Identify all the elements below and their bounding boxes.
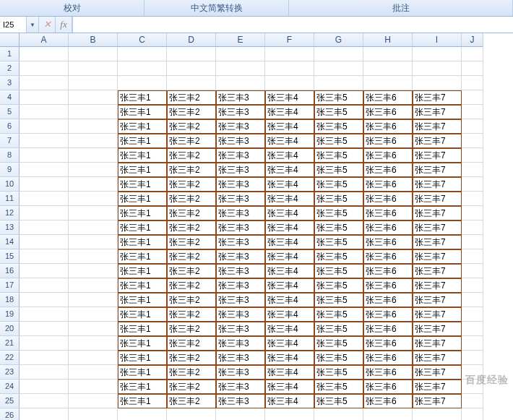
cell-E26[interactable] [216, 408, 265, 420]
cell-E1[interactable] [216, 47, 265, 61]
cell-G24[interactable]: 张三丰5 [314, 380, 363, 394]
cell-D3[interactable] [167, 76, 216, 90]
cell-G26[interactable] [314, 408, 363, 420]
cell-D12[interactable]: 张三丰2 [167, 206, 216, 220]
cell-D8[interactable]: 张三丰2 [167, 148, 216, 163]
formula-bar[interactable] [72, 17, 513, 33]
cell-H14[interactable]: 张三丰6 [363, 235, 413, 249]
cell-D5[interactable]: 张三丰2 [167, 105, 216, 119]
cell-G9[interactable]: 张三丰5 [314, 163, 363, 177]
cell-E11[interactable]: 张三丰3 [216, 192, 265, 206]
cell-J25[interactable] [462, 394, 483, 408]
cell-B16[interactable] [69, 264, 118, 278]
column-header-I[interactable]: I [413, 33, 462, 47]
cell-C9[interactable]: 张三丰1 [118, 163, 167, 177]
cell-H8[interactable]: 张三丰6 [363, 148, 413, 163]
cell-J18[interactable] [462, 293, 483, 307]
row-header-6[interactable]: 6 [0, 119, 20, 134]
cell-C13[interactable]: 张三丰1 [118, 220, 167, 235]
cell-F25[interactable]: 张三丰4 [265, 394, 314, 408]
cell-A24[interactable] [20, 380, 69, 394]
cell-G10[interactable]: 张三丰5 [314, 177, 363, 192]
cell-A12[interactable] [20, 206, 69, 220]
cell-I19[interactable]: 张三丰7 [413, 307, 462, 322]
cell-A3[interactable] [20, 76, 69, 90]
cell-C6[interactable]: 张三丰1 [118, 119, 167, 134]
cell-E24[interactable]: 张三丰3 [216, 380, 265, 394]
row-header-2[interactable]: 2 [0, 61, 20, 76]
cell-J8[interactable] [462, 148, 483, 163]
row-header-11[interactable]: 11 [0, 192, 20, 206]
cell-I20[interactable]: 张三丰7 [413, 322, 462, 336]
row-header-12[interactable]: 12 [0, 206, 20, 220]
cell-H20[interactable]: 张三丰6 [363, 322, 413, 336]
ribbon-group-comments[interactable]: 批注 [289, 0, 513, 16]
cell-C26[interactable] [118, 408, 167, 420]
cell-A13[interactable] [20, 220, 69, 235]
cell-F10[interactable]: 张三丰4 [265, 177, 314, 192]
cell-F20[interactable]: 张三丰4 [265, 322, 314, 336]
fx-icon[interactable]: fx [56, 17, 72, 33]
row-header-21[interactable]: 21 [0, 336, 20, 351]
cell-F22[interactable]: 张三丰4 [265, 351, 314, 365]
cell-F21[interactable]: 张三丰4 [265, 336, 314, 351]
cell-J3[interactable] [462, 76, 483, 90]
row-header-25[interactable]: 25 [0, 394, 20, 408]
cell-H23[interactable]: 张三丰6 [363, 365, 413, 380]
cell-D24[interactable]: 张三丰2 [167, 380, 216, 394]
row-header-19[interactable]: 19 [0, 307, 20, 322]
cell-C12[interactable]: 张三丰1 [118, 206, 167, 220]
cell-G18[interactable]: 张三丰5 [314, 293, 363, 307]
column-header-E[interactable]: E [216, 33, 265, 47]
row-header-16[interactable]: 16 [0, 264, 20, 278]
cell-J1[interactable] [462, 47, 483, 61]
cell-F7[interactable]: 张三丰4 [265, 134, 314, 148]
cell-I6[interactable]: 张三丰7 [413, 119, 462, 134]
cell-C24[interactable]: 张三丰1 [118, 380, 167, 394]
cell-A6[interactable] [20, 119, 69, 134]
worksheet[interactable]: ABCDEFGHIJ 12345678910111213141516171819… [0, 33, 513, 420]
cell-I4[interactable]: 张三丰7 [413, 90, 462, 105]
cell-C10[interactable]: 张三丰1 [118, 177, 167, 192]
cell-C20[interactable]: 张三丰1 [118, 322, 167, 336]
cell-I22[interactable]: 张三丰7 [413, 351, 462, 365]
cell-G15[interactable]: 张三丰5 [314, 249, 363, 264]
cell-B6[interactable] [69, 119, 118, 134]
row-header-3[interactable]: 3 [0, 76, 20, 90]
cell-G21[interactable]: 张三丰5 [314, 336, 363, 351]
cell-J10[interactable] [462, 177, 483, 192]
cell-A14[interactable] [20, 235, 69, 249]
cell-E12[interactable]: 张三丰3 [216, 206, 265, 220]
cell-B4[interactable] [69, 90, 118, 105]
cell-G11[interactable]: 张三丰5 [314, 192, 363, 206]
cell-D10[interactable]: 张三丰2 [167, 177, 216, 192]
cell-H1[interactable] [363, 47, 413, 61]
cell-A2[interactable] [20, 61, 69, 76]
cell-H13[interactable]: 张三丰6 [363, 220, 413, 235]
cell-C2[interactable] [118, 61, 167, 76]
row-header-26[interactable]: 26 [0, 408, 20, 420]
cell-D1[interactable] [167, 47, 216, 61]
cell-G25[interactable]: 张三丰5 [314, 394, 363, 408]
cell-F6[interactable]: 张三丰4 [265, 119, 314, 134]
ribbon-group-chinese-convert[interactable]: 中文简繁转换 [145, 0, 289, 16]
cell-H2[interactable] [363, 61, 413, 76]
cell-D17[interactable]: 张三丰2 [167, 278, 216, 293]
cell-H16[interactable]: 张三丰6 [363, 264, 413, 278]
cell-I7[interactable]: 张三丰7 [413, 134, 462, 148]
cell-A18[interactable] [20, 293, 69, 307]
cell-I17[interactable]: 张三丰7 [413, 278, 462, 293]
cell-I10[interactable]: 张三丰7 [413, 177, 462, 192]
cell-E18[interactable]: 张三丰3 [216, 293, 265, 307]
select-all-corner[interactable] [0, 33, 20, 47]
cell-I13[interactable]: 张三丰7 [413, 220, 462, 235]
cell-A8[interactable] [20, 148, 69, 163]
cell-H9[interactable]: 张三丰6 [363, 163, 413, 177]
cell-J4[interactable] [462, 90, 483, 105]
cell-I24[interactable]: 张三丰7 [413, 380, 462, 394]
cell-A22[interactable] [20, 351, 69, 365]
cell-E7[interactable]: 张三丰3 [216, 134, 265, 148]
column-header-B[interactable]: B [69, 33, 118, 47]
cell-H4[interactable]: 张三丰6 [363, 90, 413, 105]
cell-H21[interactable]: 张三丰6 [363, 336, 413, 351]
